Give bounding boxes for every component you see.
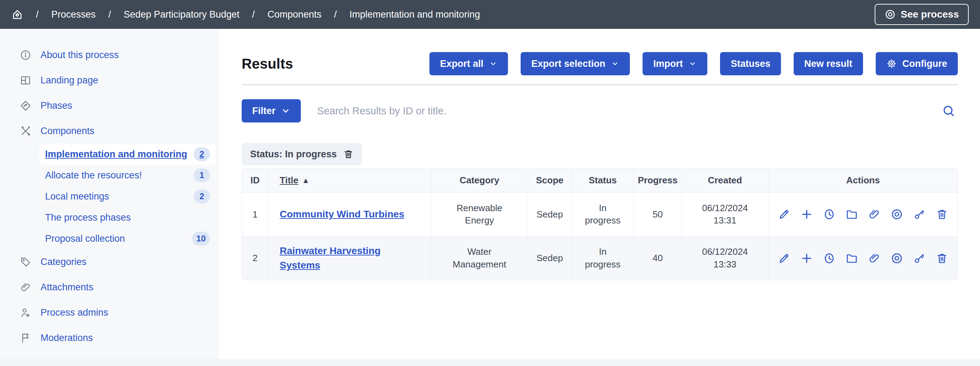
breadcrumb-separator: / <box>108 9 111 20</box>
sidebar-item-label: Categories <box>40 257 87 268</box>
edit-icon <box>778 252 791 265</box>
table-row: 2 Rainwater Harvesting Systems Water Man… <box>242 236 958 280</box>
permissions-icon <box>913 208 926 221</box>
export-selection-button[interactable]: Export selection <box>521 52 630 75</box>
column-header-actions: Actions <box>768 169 958 193</box>
preview-button[interactable] <box>891 252 903 265</box>
sidebar-item-landing-page[interactable]: Landing page <box>0 68 219 93</box>
preview-icon <box>891 208 903 221</box>
sidebar-item-about[interactable]: About this process <box>0 42 219 68</box>
import-label: Import <box>653 59 682 69</box>
add-button[interactable] <box>800 208 813 221</box>
results-table: ID Title ▲ Category Scope Status Progres… <box>242 168 958 280</box>
result-scope: Sedep <box>528 236 571 280</box>
eye-icon <box>885 9 896 20</box>
timeline-button[interactable] <box>823 252 835 265</box>
result-status: In progress <box>571 193 634 236</box>
search-button[interactable] <box>940 104 958 118</box>
folder-button[interactable] <box>845 208 858 221</box>
result-id: 2 <box>242 236 268 280</box>
breadcrumb: / Processes / Sedep Participatory Budget… <box>11 8 480 21</box>
count-badge: 2 <box>194 189 210 203</box>
timeline-button[interactable] <box>823 208 835 221</box>
configure-button[interactable]: Configure <box>876 52 958 75</box>
filter-label: Filter <box>252 106 275 116</box>
sidebar-subitem-implementation-and-monitoring[interactable]: Implementation and monitoring 2 <box>40 144 216 165</box>
column-header-category: Category <box>431 169 528 193</box>
remove-filter-button[interactable] <box>343 149 354 159</box>
breadcrumb-components[interactable]: Components <box>267 9 321 20</box>
filter-button[interactable]: Filter <box>242 99 301 122</box>
add-icon <box>800 252 813 265</box>
result-category: Water Management <box>431 236 528 280</box>
sidebar-item-process-admins[interactable]: Process admins <box>0 300 219 325</box>
export-selection-label: Export selection <box>531 59 605 69</box>
column-header-id: ID <box>242 169 268 193</box>
tag-icon <box>20 256 31 268</box>
created-time: 13:31 <box>713 215 736 226</box>
attachments-button[interactable] <box>868 208 881 221</box>
breadcrumb-separator: / <box>252 9 255 20</box>
breadcrumb-process-name[interactable]: Sedep Participatory Budget <box>124 9 240 20</box>
trash-icon <box>343 149 354 159</box>
sidebar-item-label: Landing page <box>40 75 98 86</box>
created-date: 06/12/2024 <box>702 246 748 257</box>
export-all-button[interactable]: Export all <box>430 52 508 75</box>
result-title-link[interactable]: Community Wind Turbines <box>280 209 404 220</box>
folder-button[interactable] <box>845 252 858 265</box>
see-process-button[interactable]: See process <box>875 4 969 25</box>
delete-button[interactable] <box>935 208 948 221</box>
info-icon <box>20 49 31 61</box>
footer-strip <box>0 360 980 366</box>
home-icon <box>11 8 23 21</box>
add-button[interactable] <box>800 252 813 265</box>
result-created: 06/12/2024 13:33 <box>681 236 768 280</box>
sidebar-item-components[interactable]: Components <box>0 118 219 144</box>
page-title: Results <box>242 56 293 72</box>
preview-button[interactable] <box>891 208 903 221</box>
result-progress: 40 <box>634 236 681 280</box>
edit-button[interactable] <box>778 208 791 221</box>
import-button[interactable]: Import <box>643 52 707 75</box>
permissions-button[interactable] <box>913 208 926 221</box>
new-result-label: New result <box>804 59 853 69</box>
result-title-link[interactable]: Rainwater Harvesting Systems <box>280 245 380 271</box>
statuses-button[interactable]: Statuses <box>720 52 781 75</box>
result-created: 06/12/2024 13:31 <box>681 193 768 236</box>
sidebar-subitem-the-process-phases[interactable]: The process phases <box>40 207 216 228</box>
home-breadcrumb-link[interactable] <box>11 8 23 21</box>
new-result-button[interactable]: New result <box>794 52 863 75</box>
attachments-button[interactable] <box>868 252 881 265</box>
column-header-created: Created <box>681 169 768 193</box>
active-filter-chip: Status: In progress <box>242 143 362 165</box>
result-status: In progress <box>571 236 634 280</box>
permissions-button[interactable] <box>913 252 926 265</box>
created-date: 06/12/2024 <box>702 203 748 213</box>
sort-by-title-link[interactable]: Title ▲ <box>280 175 310 186</box>
edit-button[interactable] <box>778 252 791 265</box>
chevron-down-icon <box>489 59 497 68</box>
column-header-title[interactable]: Title ▲ <box>268 169 431 193</box>
sidebar-subitem-label: The process phases <box>45 212 131 223</box>
attachments-icon <box>868 252 881 265</box>
components-submenu: Implementation and monitoring 2 Allocate… <box>0 144 219 249</box>
folder-icon <box>845 252 858 265</box>
breadcrumb-current-component[interactable]: Implementation and monitoring <box>350 9 480 20</box>
sidebar-item-moderations[interactable]: Moderations <box>0 325 219 350</box>
header-divider <box>242 84 958 85</box>
sidebar-item-phases[interactable]: Phases <box>0 93 219 118</box>
sidebar-subitem-allocate-the-resources[interactable]: Allocate the resources! 1 <box>40 165 216 186</box>
search-input[interactable] <box>301 99 940 122</box>
count-badge: 1 <box>194 168 210 182</box>
column-header-scope: Scope <box>528 169 571 193</box>
sidebar-item-attachments[interactable]: Attachments <box>0 274 219 300</box>
sidebar-subitem-proposal-collection[interactable]: Proposal collection 10 <box>40 228 216 249</box>
sidebar-subitem-label: Implementation and monitoring <box>45 149 188 160</box>
flag-icon <box>20 332 31 344</box>
chevron-down-icon <box>688 59 697 68</box>
breadcrumb-processes[interactable]: Processes <box>51 9 96 20</box>
sidebar-subitem-local-meetings[interactable]: Local meetings 2 <box>40 186 216 207</box>
sidebar-item-categories[interactable]: Categories <box>0 249 219 274</box>
phases-icon <box>20 100 31 112</box>
delete-button[interactable] <box>935 252 948 265</box>
